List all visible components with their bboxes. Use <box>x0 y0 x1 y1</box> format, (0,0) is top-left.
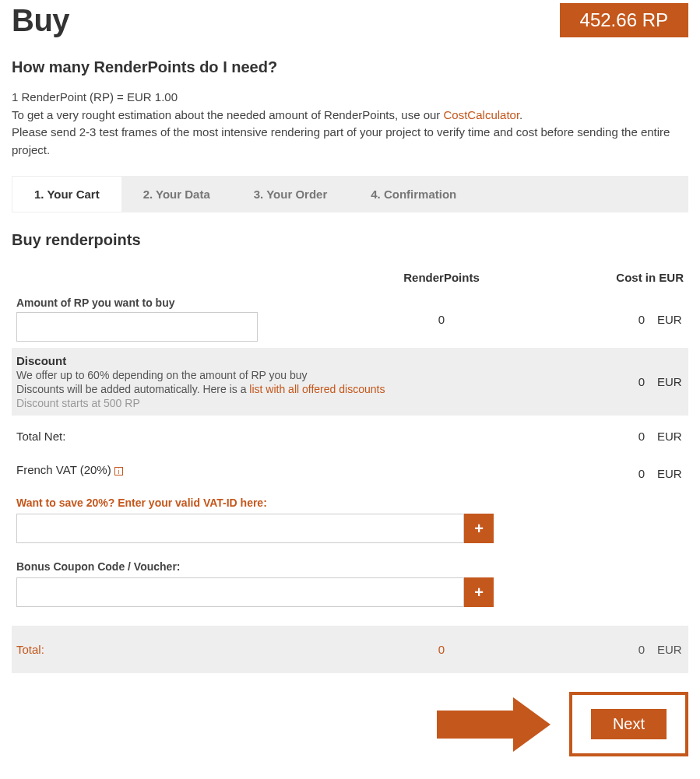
next-highlight-box: Next <box>569 692 688 756</box>
intro-line1: 1 RenderPoint (RP) = EUR 1.00 <box>12 89 688 107</box>
amount-input[interactable] <box>16 312 258 342</box>
vatid-input[interactable] <box>16 514 464 543</box>
discount-unit: EUR <box>649 348 688 416</box>
intro-heading: How many RenderPoints do I need? <box>12 58 688 76</box>
amount-unit: EUR <box>649 290 688 348</box>
checkout-tabs: 1. Your Cart 2. Your Data 3. Your Order … <box>12 176 688 212</box>
coupon-label: Bonus Coupon Code / Voucher: <box>16 560 684 573</box>
tab-your-data[interactable]: 2. Your Data <box>121 177 232 212</box>
amount-cost: 0 <box>587 290 649 348</box>
next-button[interactable]: Next <box>591 709 667 739</box>
intro-line3: Please send 2-3 test frames of the most … <box>12 124 688 159</box>
discount-cost: 0 <box>587 348 649 416</box>
page-title: Buy <box>12 3 69 38</box>
discount-heading: Discount <box>16 354 582 367</box>
discount-note: Discount starts at 500 RP <box>16 397 582 409</box>
balance-badge: 452.66 RP <box>560 3 688 37</box>
arrow-icon <box>437 697 561 752</box>
amount-rp: 0 <box>296 290 587 348</box>
cost-calculator-link[interactable]: CostCalculator <box>444 108 520 121</box>
tab-confirmation[interactable]: 4. Confirmation <box>349 177 478 212</box>
vatid-label: Want to save 20%? Enter your valid VAT-I… <box>16 497 684 509</box>
tab-your-cart[interactable]: 1. Your Cart <box>12 177 121 212</box>
intro-line2: To get a very rought estimation about th… <box>12 107 688 125</box>
total-cost: 0 <box>587 626 649 673</box>
total-unit: EUR <box>649 626 688 673</box>
info-icon[interactable]: i <box>114 467 123 475</box>
discount-sub1: We offer up to 60% depending on the amou… <box>16 369 582 381</box>
net-label: Total Net: <box>12 416 587 457</box>
section-title: Buy renderpoints <box>12 231 688 249</box>
discount-sub2: Discounts will be added automatically. H… <box>16 383 582 395</box>
tab-your-order[interactable]: 3. Your Order <box>232 177 349 212</box>
vat-unit: EUR <box>649 457 688 490</box>
vatid-add-button[interactable]: + <box>464 514 494 543</box>
discounts-list-link[interactable]: list with all offered discounts <box>249 383 385 395</box>
vat-label: French VAT (20%) <box>16 463 111 476</box>
amount-label: Amount of RP you want to buy <box>16 297 291 309</box>
col-renderpoints: RenderPoints <box>296 265 587 290</box>
total-rp: 0 <box>296 626 587 673</box>
coupon-add-button[interactable]: + <box>464 577 494 607</box>
net-cost: 0 <box>587 416 649 457</box>
col-cost: Cost in EUR <box>587 265 688 290</box>
vat-cost: 0 <box>587 457 649 490</box>
coupon-input[interactable] <box>16 577 464 607</box>
total-label: Total: <box>12 626 296 673</box>
net-unit: EUR <box>649 416 688 457</box>
